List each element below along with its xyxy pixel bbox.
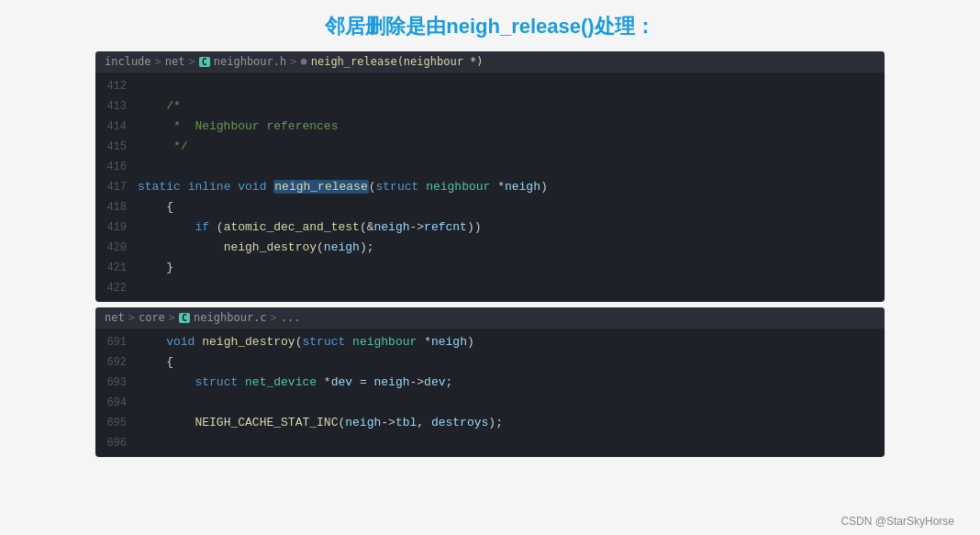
c-lang-icon: C	[199, 57, 210, 67]
crumb-include: include	[105, 55, 151, 68]
code-line: 695 NEIGH_CACHE_STAT_INC(neigh->tbl, des…	[95, 413, 885, 433]
line-number: 415	[95, 138, 138, 156]
token-plain: );	[488, 416, 503, 429]
watermark: CSDN @StarSkyHorse	[841, 515, 954, 528]
token-var: neigh	[324, 240, 360, 254]
line-number: 695	[95, 414, 138, 432]
code-block-1: include > net > C neighbour.h > ⊛ neigh_…	[95, 51, 885, 302]
token-fn: atomic_dec_and_test	[224, 220, 360, 234]
token-plain	[345, 335, 352, 349]
crumb-core: core	[139, 311, 165, 324]
token-cm: */	[138, 139, 188, 153]
token-cm: * Neighbour references	[138, 119, 338, 133]
token-plain: ->	[410, 375, 425, 389]
code-line: 417static inline void neigh_release(stru…	[95, 177, 885, 197]
token-var: neigh	[373, 375, 409, 389]
line-code: * Neighbour references	[138, 117, 338, 136]
token-kw: struct	[195, 375, 238, 389]
token-plain	[138, 220, 195, 234]
line-code: /*	[138, 97, 181, 116]
token-plain	[138, 240, 224, 254]
code-line: 691 void neigh_destroy(struct neighbour …	[95, 332, 885, 352]
line-code: */	[138, 138, 188, 156]
code-line: 422	[95, 278, 885, 298]
token-var: neigh	[373, 220, 409, 234]
line-number: 693	[95, 373, 138, 392]
line-number: 421	[95, 259, 138, 277]
token-plain: ,	[417, 416, 431, 429]
token-type: neighbour	[352, 335, 417, 349]
code-line: 413 /*	[95, 96, 885, 117]
line-code: NEIGH_CACHE_STAT_INC(neigh->tbl, destroy…	[138, 414, 503, 432]
line-code: {	[138, 353, 173, 372]
code-line: 696	[95, 433, 885, 453]
line-code: void neigh_destroy(struct neighbour *nei…	[138, 333, 474, 351]
token-type: net_device	[245, 375, 317, 389]
token-plain: *	[417, 335, 431, 349]
page-container: 邻居删除是由neigh_release()处理： include > net >…	[0, 0, 980, 535]
token-plain: ->	[410, 220, 425, 234]
line-number: 694	[95, 394, 138, 412]
crumb-func-icon: ⊛	[300, 55, 306, 68]
line-number: 412	[95, 77, 138, 95]
line-number: 417	[95, 178, 138, 196]
line-number: 413	[95, 97, 138, 116]
token-plain: (	[317, 240, 324, 254]
token-var: neigh	[505, 180, 540, 194]
token-plain: (	[369, 180, 376, 194]
token-plain: );	[360, 240, 374, 254]
line-number: 422	[95, 279, 138, 297]
page-wrapper: 邻居删除是由neigh_release()处理： include > net >…	[0, 0, 980, 535]
token-plain: )	[540, 180, 548, 194]
code-line: 414 * Neighbour references	[95, 117, 885, 137]
line-number: 696	[95, 434, 138, 452]
line-code: {	[138, 198, 173, 217]
token-var: dev	[331, 375, 352, 389]
token-plain: (&	[360, 220, 374, 234]
token-kw: static	[138, 180, 181, 194]
code-line: 415 */	[95, 137, 885, 157]
line-code: static inline void neigh_release(struct …	[138, 178, 548, 196]
line-number: 419	[95, 218, 138, 237]
token-var: neigh	[345, 416, 381, 429]
line-number: 414	[95, 117, 138, 136]
token-plain: }	[138, 261, 173, 274]
token-plain: *	[490, 180, 505, 194]
token-kw: void	[238, 180, 266, 194]
token-var: dev	[424, 375, 445, 389]
token-plain	[138, 416, 195, 429]
code-content-1: 412413 /*414 * Neighbour references415 *…	[95, 72, 885, 302]
token-var: tbl	[395, 416, 417, 429]
code-line: 692 {	[95, 352, 885, 373]
title-area: 邻居删除是由neigh_release()处理：	[18, 13, 962, 40]
token-kw: if	[195, 220, 209, 234]
token-plain: *	[317, 375, 331, 389]
line-number: 416	[95, 158, 138, 176]
token-kw: void	[166, 335, 195, 349]
token-fn: neigh_destroy	[224, 240, 317, 254]
token-plain	[138, 335, 166, 349]
token-plain: {	[138, 355, 173, 369]
token-fn: NEIGH_CACHE_STAT_INC	[195, 416, 338, 429]
token-plain: =	[352, 375, 373, 389]
token-type: neighbour	[426, 180, 490, 194]
crumb-net2: net	[105, 311, 125, 324]
token-plain: (	[209, 220, 224, 234]
code-line: 412	[95, 76, 885, 96]
line-code: if (atomic_dec_and_test(&neigh->refcnt))	[138, 218, 482, 237]
line-number: 420	[95, 239, 138, 257]
code-line: 694	[95, 393, 885, 413]
line-code: }	[138, 259, 173, 277]
token-plain	[418, 180, 426, 194]
line-number: 691	[95, 333, 138, 351]
crumb-ellipsis: ...	[281, 311, 301, 324]
token-plain	[181, 180, 188, 194]
token-plain: ))	[467, 220, 482, 234]
code-line: 419 if (atomic_dec_and_test(&neigh->refc…	[95, 217, 885, 238]
token-plain: {	[138, 200, 173, 214]
token-plain	[238, 375, 245, 389]
token-fn-hl: neigh_release	[273, 180, 368, 194]
code-line: 420 neigh_destroy(neigh);	[95, 238, 885, 258]
token-plain: ;	[446, 375, 453, 389]
token-var: neigh	[431, 335, 467, 349]
